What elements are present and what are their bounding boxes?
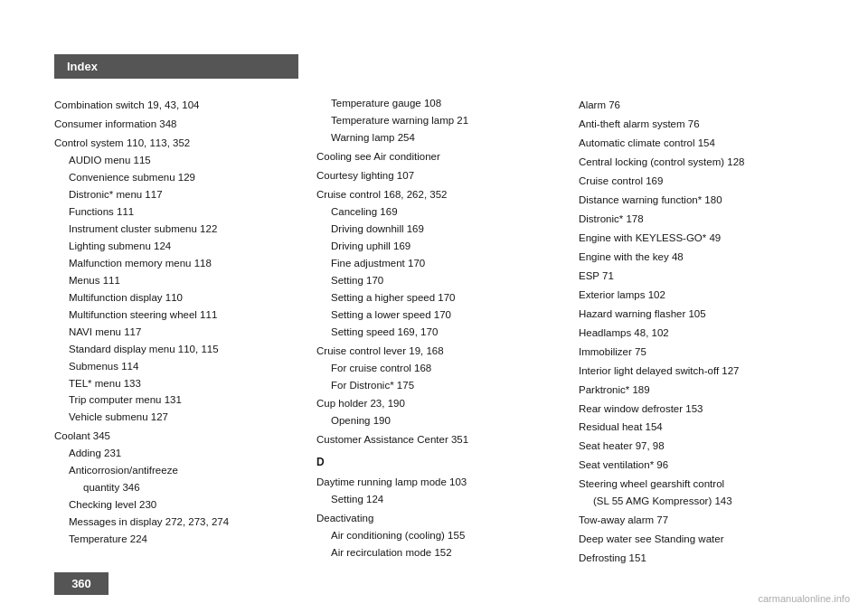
list-item: Customer Assistance Center 351 bbox=[316, 431, 561, 448]
index-header: Index bbox=[54, 54, 298, 79]
header-title: Index bbox=[67, 60, 98, 73]
column-3: Alarm 76Anti-theft alarm system 76Automa… bbox=[570, 95, 832, 541]
column-2: Temperature gauge 108Temperature warning… bbox=[307, 95, 570, 541]
list-item: Driving uphill 169 bbox=[316, 238, 561, 255]
list-item: Multifunction display 110 bbox=[54, 289, 298, 306]
list-item: Cup holder 23, 190 bbox=[316, 395, 561, 412]
list-item: Tow-away alarm 77 bbox=[579, 512, 823, 529]
list-item: Standard display menu 110, 115 bbox=[54, 341, 298, 358]
list-item: Deactivating bbox=[316, 510, 561, 527]
list-item: NAVI menu 117 bbox=[54, 324, 298, 341]
list-item: Rear window defroster 153 bbox=[579, 401, 823, 418]
list-item: Cruise control 169 bbox=[579, 173, 823, 190]
list-item: For Distronic* 175 bbox=[316, 377, 561, 394]
list-item: Cruise control 168, 262, 352 bbox=[316, 186, 561, 203]
list-item: Menus 111 bbox=[54, 272, 298, 289]
content-area: Combination switch 19, 43, 104Consumer i… bbox=[54, 95, 832, 541]
list-item: Control system 110, 113, 352 bbox=[54, 135, 298, 152]
list-item: Setting 124 bbox=[316, 491, 561, 508]
list-item: Functions 111 bbox=[54, 203, 298, 221]
list-item: (SL 55 AMG Kompressor) 143 bbox=[579, 493, 823, 510]
list-item: ESP 71 bbox=[579, 268, 823, 285]
list-item: Malfunction memory menu 118 bbox=[54, 255, 298, 272]
list-item: Interior light delayed switch-off 127 bbox=[579, 363, 823, 380]
list-item: Adding 231 bbox=[54, 445, 298, 462]
list-item: Setting a lower speed 170 bbox=[316, 306, 561, 324]
list-item: Deep water see Standing water bbox=[579, 531, 823, 548]
list-item: Anticorrosion/antifreeze bbox=[54, 462, 298, 479]
list-item: Vehicle submenu 127 bbox=[54, 409, 298, 426]
list-item: Seat heater 97, 98 bbox=[579, 438, 823, 455]
list-item: Checking level 230 bbox=[54, 496, 298, 514]
list-item: Central locking (control system) 128 bbox=[579, 154, 823, 171]
list-item: Canceling 169 bbox=[316, 203, 561, 221]
list-item: AUDIO menu 115 bbox=[54, 152, 298, 169]
list-item: Driving downhill 169 bbox=[316, 221, 561, 238]
list-item: Automatic climate control 154 bbox=[579, 135, 823, 152]
list-item: Immobilizer 75 bbox=[579, 344, 823, 361]
list-item: Distance warning function* 180 bbox=[579, 192, 823, 209]
column-1: Combination switch 19, 43, 104Consumer i… bbox=[54, 95, 307, 541]
list-item: Multifunction steering wheel 111 bbox=[54, 306, 298, 324]
list-item: quantity 346 bbox=[54, 479, 298, 496]
list-item: Warning lamp 254 bbox=[316, 129, 561, 146]
list-item: Distronic* menu 117 bbox=[54, 186, 298, 203]
list-item: Engine with the key 48 bbox=[579, 249, 823, 266]
list-item: Defrosting 151 bbox=[579, 550, 823, 567]
list-item: Consumer information 348 bbox=[54, 116, 298, 133]
page-number: 360 bbox=[54, 572, 108, 595]
list-item: Setting speed 169, 170 bbox=[316, 324, 561, 341]
list-item: Residual heat 154 bbox=[579, 419, 823, 436]
watermark: carmanualonline.info bbox=[758, 593, 850, 604]
list-item: Trip computer menu 131 bbox=[54, 391, 298, 409]
list-item: Messages in display 272, 273, 274 bbox=[54, 514, 298, 531]
list-item: Temperature 224 bbox=[54, 531, 298, 548]
list-item: D bbox=[316, 454, 561, 472]
list-item: Headlamps 48, 102 bbox=[579, 325, 823, 342]
list-item: Distronic* 178 bbox=[579, 211, 823, 228]
list-item: Convenience submenu 129 bbox=[54, 169, 298, 186]
list-item: Cruise control lever 19, 168 bbox=[316, 343, 561, 360]
list-item: Coolant 345 bbox=[54, 428, 298, 445]
list-item: Daytime running lamp mode 103 bbox=[316, 474, 561, 491]
list-item: Cooling see Air conditioner bbox=[316, 148, 561, 165]
list-item: Air conditioning (cooling) 155 bbox=[316, 527, 561, 544]
list-item: Temperature gauge 108 bbox=[316, 95, 561, 112]
list-item: Engine with KEYLESS-GO* 49 bbox=[579, 230, 823, 247]
list-item: Opening 190 bbox=[316, 412, 561, 429]
list-item: Setting a higher speed 170 bbox=[316, 289, 561, 306]
list-item: Setting 170 bbox=[316, 272, 561, 289]
list-item: Fine adjustment 170 bbox=[316, 255, 561, 272]
list-item: Lighting submenu 124 bbox=[54, 238, 298, 255]
list-item: Hazard warning flasher 105 bbox=[579, 306, 823, 323]
list-item: Submenus 114 bbox=[54, 358, 298, 375]
list-item: Alarm 76 bbox=[579, 97, 823, 114]
list-item: Exterior lamps 102 bbox=[579, 287, 823, 304]
list-item: Anti-theft alarm system 76 bbox=[579, 116, 823, 133]
list-item: Steering wheel gearshift control bbox=[579, 476, 823, 493]
list-item: Instrument cluster submenu 122 bbox=[54, 221, 298, 238]
list-item: TEL* menu 133 bbox=[54, 375, 298, 392]
list-item: Courtesy lighting 107 bbox=[316, 167, 561, 184]
list-item: Combination switch 19, 43, 104 bbox=[54, 97, 298, 114]
list-item: Seat ventilation* 96 bbox=[579, 457, 823, 474]
page-container: Index Combination switch 19, 43, 104Cons… bbox=[0, 0, 868, 613]
list-item: Parktronic* 189 bbox=[579, 382, 823, 399]
list-item: Air recirculation mode 152 bbox=[316, 544, 561, 561]
list-item: Temperature warning lamp 21 bbox=[316, 112, 561, 129]
list-item: For cruise control 168 bbox=[316, 360, 561, 377]
